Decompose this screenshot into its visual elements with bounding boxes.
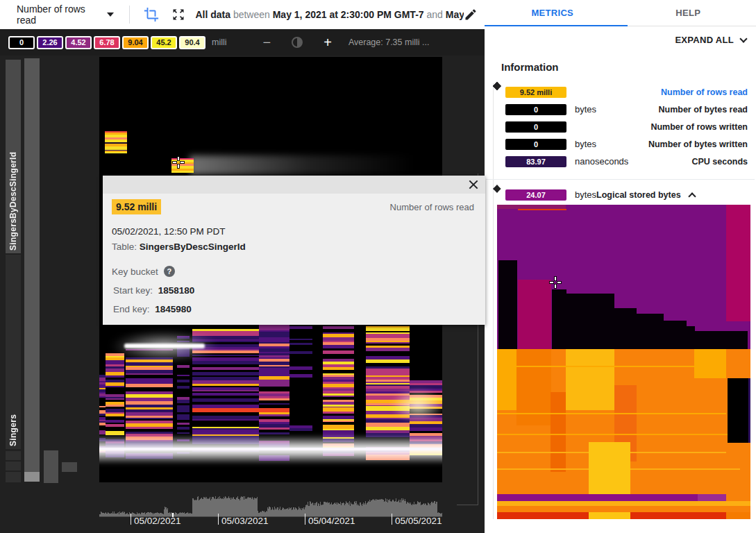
minimap-bar	[330, 504, 331, 516]
panel-scroll-divider	[493, 83, 494, 519]
stored-bytes-row[interactable]: 24.07bytesLogical stored bytes	[494, 186, 748, 203]
scale-chip: 9.04	[122, 36, 149, 49]
heatmap-stripe	[99, 438, 106, 441]
cell-table-value: SingersByDescSingerId	[140, 242, 246, 252]
minimap-bar	[277, 507, 278, 516]
scale-increase-button[interactable]: +	[324, 35, 332, 51]
minimap-bar	[408, 502, 408, 516]
expand-all-button[interactable]: EXPAND ALL	[675, 35, 746, 45]
minimap-bar	[340, 502, 341, 516]
key-hierarchy-cell[interactable]	[24, 472, 40, 482]
metric-row[interactable]: 9.52 milliNumber of rows read	[494, 83, 748, 101]
minimap-bar	[169, 513, 169, 516]
metric-row[interactable]: 83.97nanosecondsCPU seconds	[494, 153, 748, 170]
key-hierarchy-cell[interactable]	[44, 450, 58, 483]
minimap-bar	[172, 513, 173, 516]
stored-heatmap-block	[614, 308, 637, 349]
minimap-bar	[315, 503, 316, 516]
minimap-bar	[362, 506, 362, 516]
minimap-bar	[126, 514, 127, 516]
chevron-up-icon[interactable]	[688, 192, 696, 200]
heatmap-stripe	[177, 410, 190, 412]
minimap-bar	[326, 502, 327, 516]
minimap-position-marker[interactable]	[172, 513, 174, 517]
minimap-bar	[364, 503, 365, 516]
edit-icon[interactable]	[464, 8, 478, 22]
metric-row[interactable]: 0Number of rows written	[494, 118, 748, 135]
heatmap-stripe	[126, 418, 173, 419]
minimap-bar	[283, 508, 284, 516]
metric-name-label[interactable]: Number of rows read	[661, 87, 748, 97]
key-hierarchy-box[interactable]: Singers	[6, 255, 21, 449]
heatmap-stripe	[289, 374, 312, 378]
minimap-bar	[253, 500, 254, 516]
minimap-bar	[303, 509, 303, 516]
crop-icon[interactable]	[144, 7, 159, 22]
metric-name-label[interactable]: Number of rows written	[650, 122, 748, 132]
metric-name-label[interactable]: Logical stored bytes	[596, 190, 681, 200]
minimap-bar	[247, 498, 248, 516]
metric-row[interactable]: 0bytesNumber of bytes read	[494, 101, 748, 118]
minimap-bar	[123, 513, 124, 516]
minimap-bar	[273, 509, 274, 516]
expand-icon[interactable]	[171, 8, 185, 22]
metric-row[interactable]: 0bytesNumber of bytes written	[494, 135, 748, 153]
minimap-bar	[265, 512, 266, 516]
minimap-bar	[184, 512, 185, 516]
chevron-down-icon	[107, 12, 114, 17]
key-hierarchy-cell[interactable]	[24, 58, 40, 472]
minimap-bar	[331, 502, 332, 516]
metric-name-label[interactable]: CPU seconds	[691, 157, 748, 167]
minimap-bar	[344, 505, 345, 516]
minimap-bar	[380, 500, 381, 516]
key-hierarchy-box[interactable]: SingersByDescSingerId	[6, 60, 21, 253]
heatmap-stripe	[99, 423, 106, 425]
key-hierarchy-cell[interactable]	[62, 462, 77, 472]
minimap-bar	[358, 505, 359, 516]
metric-selector-dropdown[interactable]: Number of rows read	[17, 3, 114, 26]
tab-help[interactable]: HELP	[621, 0, 756, 26]
active-tab-underline	[485, 25, 628, 26]
minimap-bar	[267, 507, 268, 516]
heatmap-stripe	[192, 367, 259, 370]
minimap-bar	[348, 502, 348, 516]
metric-name-label[interactable]: Number of bytes read	[658, 105, 748, 115]
key-hierarchy-cell[interactable]	[6, 472, 21, 482]
heatmap-stripe	[192, 372, 259, 375]
heatmap-stripe	[106, 424, 124, 427]
stored-bytes-metric-row[interactable]: 24.07bytesLogical stored bytes	[494, 186, 695, 203]
minimap-bar	[264, 512, 265, 516]
tab-metrics[interactable]: METRICS	[485, 0, 621, 26]
minimap-bar	[237, 496, 238, 516]
heatmap-stripe	[366, 342, 410, 344]
minimap-bar	[375, 499, 376, 516]
minimap-bar	[256, 498, 257, 516]
key-hierarchy-cell[interactable]	[6, 462, 21, 471]
minimap-bar	[109, 514, 110, 516]
minimap-bar	[108, 512, 108, 516]
minimap-bar	[371, 500, 372, 516]
stored-heatmap-block	[551, 392, 566, 472]
minimap-bar	[259, 513, 260, 516]
heatmap-stripe	[106, 375, 124, 378]
minimap-bar	[134, 514, 135, 516]
contrast-icon[interactable]	[292, 37, 303, 48]
stored-bytes-heatmap[interactable]	[497, 205, 750, 519]
minimap-bar	[324, 502, 324, 516]
key-range-label: Singers	[6, 255, 21, 449]
help-icon[interactable]: ?	[164, 266, 175, 277]
minimap-bar	[244, 500, 244, 516]
minimap-bar	[361, 505, 362, 516]
stored-heatmap-block	[728, 378, 748, 443]
key-hierarchy-cell[interactable]	[6, 451, 21, 460]
end-key-value: 1845980	[155, 304, 192, 314]
minimap-bar	[223, 499, 224, 516]
stored-heatmap-block	[497, 349, 516, 410]
minimap-bar	[209, 498, 210, 516]
metric-name-label[interactable]: Number of bytes written	[648, 139, 748, 149]
scale-decrease-button[interactable]: −	[263, 35, 271, 51]
close-icon[interactable]	[467, 178, 480, 191]
minimap-bar	[322, 505, 323, 516]
metric-value-badge: 0	[505, 139, 566, 150]
minimap-bar	[149, 512, 149, 516]
